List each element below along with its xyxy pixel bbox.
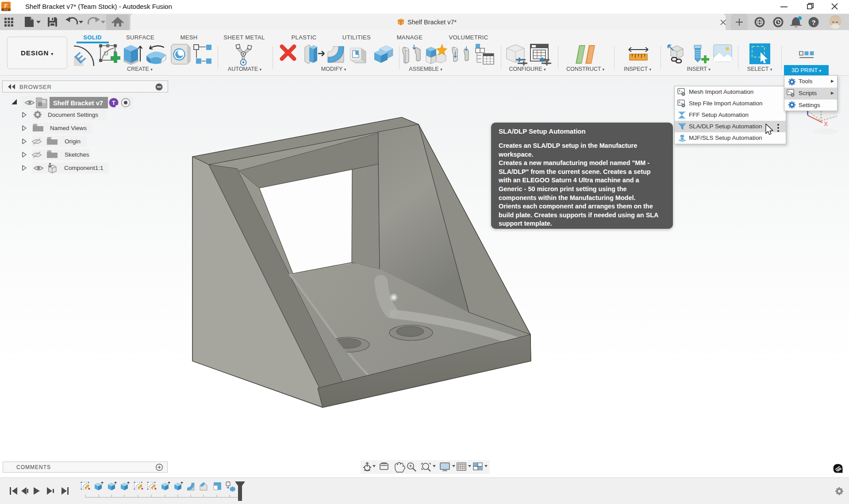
svg-text:?: ?	[811, 19, 815, 26]
svg-text:Shelf Bracket v7: Shelf Bracket v7	[53, 100, 103, 107]
svg-text:Origin: Origin	[65, 138, 81, 145]
svg-text:T: T	[112, 100, 115, 106]
svg-text:PLM: PLM	[4, 9, 8, 11]
svg-text:F: F	[4, 3, 8, 9]
svg-text:Component1:1: Component1:1	[64, 165, 104, 171]
svg-text:Sketches: Sketches	[65, 151, 89, 158]
svg-text:Shelf Bracket v7*: Shelf Bracket v7*	[407, 19, 457, 26]
svg-text:Document Settings: Document Settings	[48, 112, 98, 118]
svg-text:Named Views: Named Views	[50, 125, 87, 131]
